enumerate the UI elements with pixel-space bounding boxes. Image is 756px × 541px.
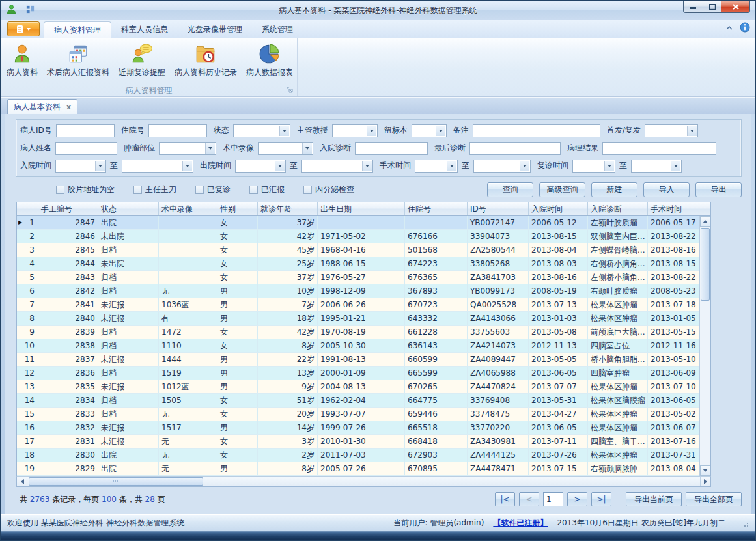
chevron-down-icon[interactable] xyxy=(367,126,376,136)
filter-checkbox[interactable]: 已汇报 xyxy=(249,184,285,195)
chevron-down-icon[interactable] xyxy=(671,161,680,171)
ribbon-button-revisit-reminder[interactable]: 近期复诊提醒 xyxy=(114,40,170,79)
column-header-admit-date[interactable]: 入院时间 xyxy=(529,202,588,215)
tab-disc-video-management[interactable]: 光盘录像带管理 xyxy=(178,21,252,38)
checkbox-box[interactable] xyxy=(133,186,142,194)
query-button[interactable]: 查询 xyxy=(487,182,533,197)
table-row[interactable]: 8 2840 未汇报 有 男 18岁 1995-01-21 643332 ZA4… xyxy=(17,312,699,326)
export-button[interactable]: 导出 xyxy=(695,182,742,197)
professor-combo[interactable] xyxy=(332,124,378,137)
chevron-down-icon[interactable] xyxy=(436,126,445,136)
video-combo[interactable] xyxy=(258,142,313,155)
table-row[interactable]: ▶1 2847 出院 女 37岁 YB0072147 2006-05-12 左额… xyxy=(17,216,699,230)
new-button[interactable]: 新建 xyxy=(591,182,637,197)
table-row[interactable]: 5 2843 归档 女 37岁 1976-05-27 676365 ZA3841… xyxy=(17,271,699,284)
admit-diagnosis-input[interactable] xyxy=(355,142,428,155)
column-header-diagnosis[interactable]: 入院诊断 xyxy=(588,202,648,215)
horizontal-scrollbar-thumb[interactable] xyxy=(29,477,203,486)
patient-name-input[interactable] xyxy=(55,142,117,155)
last-page-button[interactable]: >| xyxy=(591,492,611,506)
document-tab-patient-basic-info[interactable]: 病人基本资料 x xyxy=(7,99,77,114)
column-header-age[interactable]: 就诊年龄 xyxy=(258,202,318,215)
column-header-inpatient-no[interactable]: 住院号 xyxy=(405,202,468,215)
app-icon[interactable] xyxy=(6,4,17,17)
scroll-up-button[interactable] xyxy=(700,216,710,227)
column-header-video[interactable]: 术中录像 xyxy=(159,202,217,215)
ribbon-button-patient-data[interactable]: 病人资料 xyxy=(2,40,42,79)
table-row[interactable]: 2 2846 未出院 女 42岁 1971-05-02 676166 33904… xyxy=(17,230,699,243)
tumor-site-combo[interactable] xyxy=(159,142,216,155)
chevron-down-icon[interactable] xyxy=(687,126,697,136)
column-header-surgery-date[interactable]: 手术时间 xyxy=(648,202,710,215)
table-row[interactable]: 9 2839 归档 1472 女 42岁 1970-08-19 661228 3… xyxy=(17,326,699,339)
table-row[interactable]: 19 2829 出院 无 男 8岁 2005-07-26 670895 ZA44… xyxy=(17,462,699,476)
vertical-scrollbar-thumb[interactable] xyxy=(701,228,710,301)
final-diagnosis-input[interactable] xyxy=(469,142,561,155)
column-header-status[interactable]: 状态 xyxy=(98,202,159,215)
filter-checkbox[interactable]: 主任主刀 xyxy=(133,184,176,195)
tab-patient-data-management[interactable]: 病人资料管理 xyxy=(44,21,111,38)
table-row[interactable]: 7 2841 未汇报 1036蓝 男 7岁 2006-06-26 670723 … xyxy=(17,298,699,312)
prev-page-button[interactable]: < xyxy=(519,492,539,506)
pathology-input[interactable] xyxy=(602,142,716,155)
registered-link[interactable]: 【软件已注册】 xyxy=(493,518,548,529)
resize-grip[interactable] xyxy=(741,520,749,527)
ribbon-button-patient-report[interactable]: 病人数据报表 xyxy=(242,40,298,79)
table-row[interactable]: 11 2837 未汇报 1444 男 22岁 1991-08-13 660599… xyxy=(17,353,699,367)
scroll-right-button[interactable] xyxy=(700,477,710,486)
table-row[interactable]: 17 2831 未汇报 无 女 3岁 2010-01-30 668418 ZA3… xyxy=(17,435,699,449)
filter-checkbox[interactable]: 内分泌检查 xyxy=(303,184,354,195)
chevron-down-icon[interactable] xyxy=(302,143,312,154)
first-page-button[interactable]: |< xyxy=(495,492,515,506)
remark-input[interactable] xyxy=(473,124,600,137)
minimize-button[interactable] xyxy=(683,1,703,13)
tab-close-icon[interactable]: x xyxy=(66,104,71,111)
advanced-query-button[interactable]: 高级查询 xyxy=(539,182,585,197)
tab-department-staff-info[interactable]: 科室人员信息 xyxy=(111,21,178,38)
table-row[interactable]: 16 2832 未汇报 1517 男 14岁 1999-07-26 665518… xyxy=(17,421,699,435)
help-button[interactable] xyxy=(740,22,750,35)
table-row[interactable]: 6 2842 归档 无 男 10岁 1998-12-09 367893 YB00… xyxy=(17,284,699,298)
ribbon-collapse-button[interactable] xyxy=(725,24,733,33)
scroll-down-button[interactable] xyxy=(700,465,710,476)
column-header-birth-date[interactable]: 出生日期 xyxy=(318,202,405,215)
filter-checkbox[interactable]: 胶片地址为空 xyxy=(56,184,115,195)
revisit-time-to-combo[interactable] xyxy=(631,160,682,173)
surgery-time-to-combo[interactable] xyxy=(473,160,531,173)
maximize-button[interactable] xyxy=(703,1,721,13)
status-combo[interactable] xyxy=(233,124,290,137)
import-button[interactable]: 导入 xyxy=(643,182,690,197)
table-row[interactable]: 15 2833 归档 无 女 20岁 1993-07-07 659446 337… xyxy=(17,408,699,421)
export-all-pages-button[interactable]: 导出全部页 xyxy=(686,492,742,506)
vertical-scrollbar[interactable] xyxy=(699,216,710,476)
scroll-left-button[interactable] xyxy=(17,477,27,486)
chevron-down-icon[interactable] xyxy=(205,143,215,154)
app-menu-button[interactable] xyxy=(7,21,40,36)
chevron-down-icon[interactable] xyxy=(447,161,456,171)
dialog-launcher-icon[interactable] xyxy=(287,87,294,94)
chevron-down-icon[interactable] xyxy=(182,161,192,171)
close-button[interactable] xyxy=(721,1,750,13)
patient-id-input[interactable] xyxy=(56,124,115,137)
admit-time-from-combo[interactable] xyxy=(55,160,106,173)
table-row[interactable]: 18 2830 出院 无 女 2岁 2011-07-03 672903 ZA44… xyxy=(17,449,699,462)
tab-system-management[interactable]: 系统管理 xyxy=(252,21,303,38)
column-header-id-no[interactable]: ID号 xyxy=(468,202,529,215)
filter-checkbox[interactable]: 已复诊 xyxy=(195,184,231,195)
checkbox-box[interactable] xyxy=(56,186,64,194)
discharge-time-from-combo[interactable] xyxy=(235,160,286,173)
page-number-input[interactable] xyxy=(543,492,563,506)
inpatient-no-input[interactable] xyxy=(148,124,207,137)
first-recur-combo[interactable] xyxy=(645,124,698,137)
surgery-time-from-combo[interactable] xyxy=(415,160,458,173)
checkbox-box[interactable] xyxy=(303,186,312,194)
specimen-combo[interactable] xyxy=(412,124,447,137)
chevron-down-icon[interactable] xyxy=(362,161,372,171)
column-header-manual-no[interactable]: 手工编号 xyxy=(38,202,98,215)
chevron-down-icon[interactable] xyxy=(279,126,289,136)
horizontal-scrollbar[interactable] xyxy=(16,476,711,487)
table-row[interactable]: 14 2834 归档 1505 女 51岁 1962-02-04 664775 … xyxy=(17,394,699,408)
next-page-button[interactable]: > xyxy=(567,492,587,506)
chevron-down-icon[interactable] xyxy=(604,161,614,171)
chevron-down-icon[interactable] xyxy=(275,161,285,171)
